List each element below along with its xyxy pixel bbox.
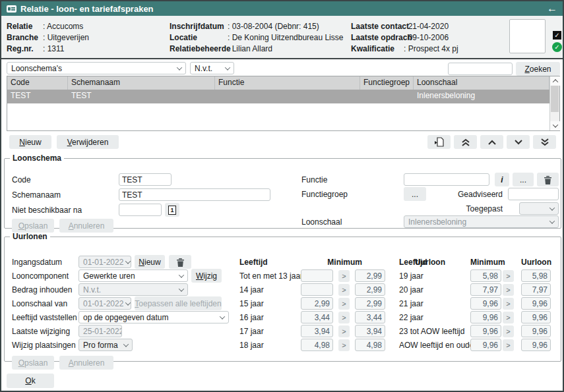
- scroll-down-icon[interactable]: [550, 121, 560, 130]
- copy-minimum-button[interactable]: >: [338, 298, 350, 310]
- info-button[interactable]: i: [495, 173, 509, 186]
- table-row-selected[interactable]: TEST TEST Inlenersbeloning: [7, 90, 559, 103]
- minimum-input[interactable]: [470, 297, 501, 310]
- niet-beschikbaar-input[interactable]: [119, 204, 162, 216]
- functiegroep-browse-button[interactable]: ...: [404, 187, 426, 201]
- copy-minimum-button[interactable]: >: [503, 339, 514, 351]
- minimum-input[interactable]: [470, 283, 501, 296]
- move-down-button[interactable]: [507, 135, 530, 149]
- search-input[interactable]: [448, 63, 513, 75]
- minimum-input[interactable]: [301, 311, 333, 323]
- uurlonen-nieuw-button[interactable]: Nieuw: [135, 255, 165, 269]
- move-bottom-button[interactable]: [533, 135, 556, 149]
- field-value: : Accucoms: [43, 22, 83, 31]
- move-up-button[interactable]: [480, 135, 503, 149]
- calendar-button[interactable]: 1: [165, 203, 179, 217]
- code-input[interactable]: [119, 173, 172, 186]
- uurlonen-delete-button[interactable]: [169, 255, 191, 269]
- column-header[interactable]: Code: [7, 76, 68, 90]
- minimum-input[interactable]: [301, 297, 333, 310]
- functie-delete-button[interactable]: [537, 173, 559, 186]
- copy-minimum-button[interactable]: >: [338, 270, 350, 282]
- functie-browse-button[interactable]: ...: [513, 173, 534, 186]
- looncomponent-select[interactable]: Gewerkte uren: [78, 269, 188, 282]
- minimum-input[interactable]: [301, 325, 333, 337]
- bedrag-inhouden-select[interactable]: N.v.t.: [78, 283, 188, 296]
- minimum-input[interactable]: [301, 339, 333, 351]
- status-check-icon: ✓: [552, 42, 562, 52]
- copy-minimum-button[interactable]: >: [338, 339, 350, 351]
- uurlonen-opslaan-button[interactable]: Opslaan: [12, 356, 54, 370]
- field-value: : 21-04-2020: [404, 22, 449, 31]
- column-header[interactable]: Loonschaal: [414, 76, 549, 90]
- field-label: Reg.nr.: [7, 44, 43, 53]
- scrollbar-thumb[interactable]: [551, 86, 559, 112]
- age-label: 14 jaar: [239, 285, 301, 294]
- leeftijd-vaststellen-select[interactable]: op de opgegeven datum: [78, 311, 229, 323]
- uurloon-input[interactable]: [355, 339, 385, 351]
- functie-input[interactable]: [404, 173, 489, 186]
- minimum-input[interactable]: [470, 269, 501, 282]
- zoeken-button[interactable]: Zoeken: [516, 62, 560, 76]
- column-header[interactable]: Functie: [215, 76, 360, 90]
- relatie-window: Relatie - loon- en tariefafspraken ← Rel…: [0, 0, 564, 392]
- copy-minimum-button[interactable]: >: [503, 270, 514, 282]
- uurloon-input[interactable]: [355, 311, 385, 323]
- ingangsdatum-select[interactable]: 01-01-2022: [78, 256, 131, 268]
- copy-minimum-button[interactable]: >: [338, 325, 350, 337]
- uurloon-input[interactable]: [355, 269, 385, 282]
- minimum-input[interactable]: [301, 283, 333, 296]
- nieuw-button[interactable]: Nieuw: [9, 135, 51, 149]
- uurloon-input[interactable]: [521, 283, 551, 296]
- header-col1: Relatie: Accucoms Branche: Uitgeverijen …: [7, 20, 89, 54]
- uurloon-input[interactable]: [521, 311, 551, 323]
- minimum-input[interactable]: [470, 311, 501, 323]
- uurloon-input[interactable]: [521, 269, 551, 282]
- field-label: Locatie: [170, 33, 228, 42]
- titlebar: Relatie - loon- en tariefafspraken ←: [1, 1, 563, 16]
- wijzig-button[interactable]: Wijzig: [191, 269, 222, 283]
- scroll-up-icon[interactable]: [550, 76, 560, 86]
- loonschemas-select[interactable]: Loonschema's: [7, 62, 186, 74]
- copy-minimum-button[interactable]: >: [338, 312, 350, 323]
- nvt-select[interactable]: N.v.t.: [190, 62, 234, 74]
- minimum-input[interactable]: [470, 339, 501, 351]
- schemanaam-label: Schemanaam: [12, 190, 61, 200]
- loonschaal-select[interactable]: Inlenersbeloning: [404, 215, 559, 228]
- column-header[interactable]: Functiegroep: [360, 76, 414, 90]
- back-arrow-icon[interactable]: ←: [547, 3, 557, 14]
- move-top-button[interactable]: [454, 135, 477, 149]
- list-header-row: Code Schemanaam Functie Functiegroep Loo…: [7, 76, 559, 90]
- export-document-button[interactable]: [427, 135, 451, 149]
- uurlonen-section: Uurlonen Ingangsdatum 01-01-2022 Nieuw L…: [4, 232, 561, 362]
- double-chevron-down-icon: [541, 138, 549, 146]
- uurloon-input[interactable]: [355, 283, 385, 296]
- age-label: AOW leeftijd en ouder: [399, 341, 470, 350]
- ok-button[interactable]: Ok: [7, 374, 54, 388]
- minimum-input[interactable]: [470, 325, 501, 337]
- loonschaal-van-select[interactable]: 01-01-2022: [78, 297, 131, 310]
- toepassen-alle-leeftijden-button[interactable]: Toepassen alle leeftijden: [135, 296, 222, 310]
- wijzig-plaatsingen-select[interactable]: Pro forma: [78, 339, 133, 351]
- uurlonen-annuleren-button[interactable]: Annuleren: [59, 356, 113, 370]
- uurloon-input[interactable]: [521, 297, 551, 310]
- minimum-input[interactable]: [301, 269, 333, 282]
- verwijderen-button[interactable]: Verwijderen: [57, 135, 119, 149]
- column-header[interactable]: Schemanaam: [68, 76, 215, 90]
- copy-minimum-button[interactable]: >: [338, 284, 350, 296]
- toegepast-select[interactable]: [519, 202, 559, 215]
- uurloon-input[interactable]: [521, 325, 551, 337]
- copy-minimum-button[interactable]: >: [503, 325, 514, 337]
- header-checkbox[interactable]: ✓: [553, 31, 561, 40]
- uurloon-input[interactable]: [355, 297, 385, 310]
- schemanaam-input[interactable]: [119, 188, 270, 201]
- loonschema-annuleren-button[interactable]: Annuleren: [59, 219, 113, 233]
- list-scrollbar[interactable]: [549, 76, 559, 130]
- copy-minimum-button[interactable]: >: [503, 312, 514, 323]
- geadviseerd-input[interactable]: [508, 188, 559, 200]
- copy-minimum-button[interactable]: >: [503, 284, 514, 296]
- loonschema-opslaan-button[interactable]: Opslaan: [12, 219, 54, 233]
- uurloon-input[interactable]: [521, 339, 551, 351]
- uurloon-input[interactable]: [355, 325, 385, 337]
- copy-minimum-button[interactable]: >: [503, 298, 514, 310]
